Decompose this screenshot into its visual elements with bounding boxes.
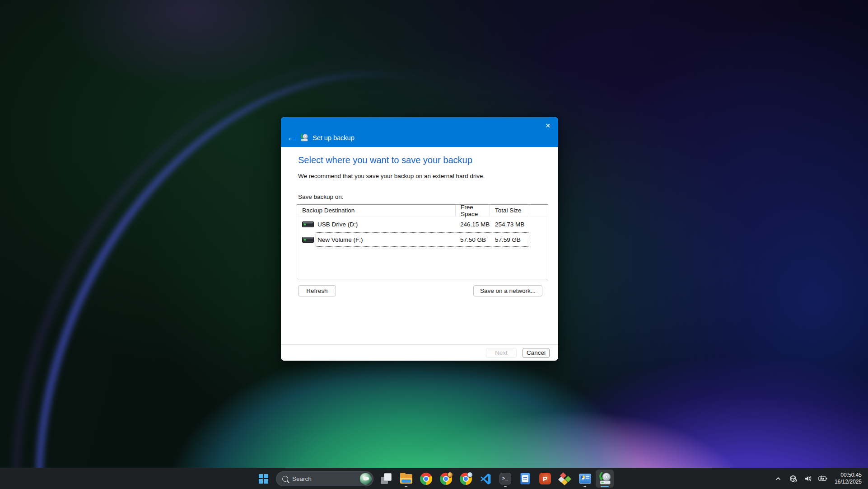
bing-daily-image[interactable] [359,473,372,485]
terminal-glyph: >_ [499,473,511,484]
tray-chevron-up-icon[interactable] [772,472,784,485]
chrome-profile-duck-icon[interactable] [437,470,455,488]
system-monitor-icon[interactable] [576,470,594,488]
column-header-backup-destination[interactable]: Backup Destination [297,205,456,216]
close-button[interactable]: ✕ [541,120,555,132]
vscode-glyph [480,473,491,484]
hard-drive-icon [302,237,314,243]
notepad-icon[interactable] [516,470,534,488]
dialog-description: We recommend that you save your backup o… [298,173,485,179]
notepad-glyph [520,473,530,484]
windows-logo-icon [259,474,268,484]
refresh-button[interactable]: Refresh [298,285,336,296]
backup-app-icon[interactable] [596,470,614,488]
chrome-glyph [420,473,432,485]
diamond-app-icon[interactable] [556,470,574,488]
back-button[interactable]: ← [287,133,296,142]
drive-total-size: 254.73 MB [490,221,529,228]
network-offline-icon[interactable] [787,472,799,485]
drive-name: USB Drive (D:) [317,221,358,228]
clock[interactable]: 00:50:45 16/12/2025 [832,472,862,485]
save-on-network-button[interactable]: Save on a network... [473,285,542,296]
stacked-squares-glyph [381,473,392,484]
taskbar: Search >_ [0,468,868,489]
backup-app-icon-small [300,133,308,142]
list-header: Backup Destination Free Space Total Size [297,205,548,216]
drive-name: New Volume (F:) [317,236,363,243]
chrome-icon[interactable] [417,470,435,488]
active-running-indicator [601,486,609,487]
taskbar-app-icons: Search >_ [254,468,614,489]
start-button[interactable] [254,470,272,488]
search-box[interactable]: Search [276,471,373,486]
battery-charging-icon[interactable] [817,472,829,485]
dialog-footer: Next Cancel [281,344,558,361]
backup-destination-list[interactable]: Backup Destination Free Space Total Size… [297,204,548,279]
diamond-glyph [559,473,571,484]
vscode-icon[interactable] [476,470,495,488]
monitor-glyph [579,474,591,484]
running-indicator [504,486,507,487]
backup-glyph [598,472,611,485]
search-placeholder: Search [292,475,355,482]
list-item-new-volume-f[interactable]: New Volume (F:) 57.50 GB 57.59 GB [297,232,548,247]
column-header-free-space[interactable]: Free Space [456,205,490,216]
search-icon [282,476,288,482]
dialog-heading: Select where you want to save your backu… [298,155,472,165]
profile-badge [467,472,473,478]
drive-total-size: 57.59 GB [490,236,529,243]
chrome-profile-globe-icon[interactable] [457,470,475,488]
clock-date: 16/12/2025 [835,479,862,485]
next-button[interactable]: Next [486,348,517,358]
file-explorer-icon[interactable] [397,470,415,488]
column-header-filler [529,205,548,216]
folder-glyph [400,474,412,484]
powerpoint-glyph: P [539,473,551,484]
chrome-glyph [460,473,472,485]
setup-backup-dialog: ← Set up backup ✕ Select where you want … [281,117,558,361]
hard-drive-icon [302,221,314,227]
clock-time: 00:50:45 [835,472,862,479]
save-backup-on-label: Save backup on: [298,193,344,200]
dialog-title: Set up backup [313,134,355,141]
stacked-windows-icon[interactable] [377,470,395,488]
system-tray: 00:50:45 16/12/2025 [772,468,868,489]
profile-badge [447,472,453,478]
dialog-titlebar[interactable]: ← Set up backup ✕ [281,117,558,147]
drive-free-space: 57.50 GB [456,236,490,243]
chrome-glyph [440,473,452,485]
terminal-icon[interactable]: >_ [496,470,514,488]
running-indicator [405,486,407,487]
drive-free-space: 246.15 MB [456,221,490,228]
list-item-usb-drive-d[interactable]: USB Drive (D:) 246.15 MB 254.73 MB [297,216,548,232]
dialog-content: Select where you want to save your backu… [281,147,558,344]
volume-icon[interactable] [802,472,814,485]
cancel-button[interactable]: Cancel [523,348,550,358]
running-indicator [583,486,586,487]
powerpoint-icon[interactable]: P [536,470,554,488]
column-header-total-size[interactable]: Total Size [490,205,529,216]
